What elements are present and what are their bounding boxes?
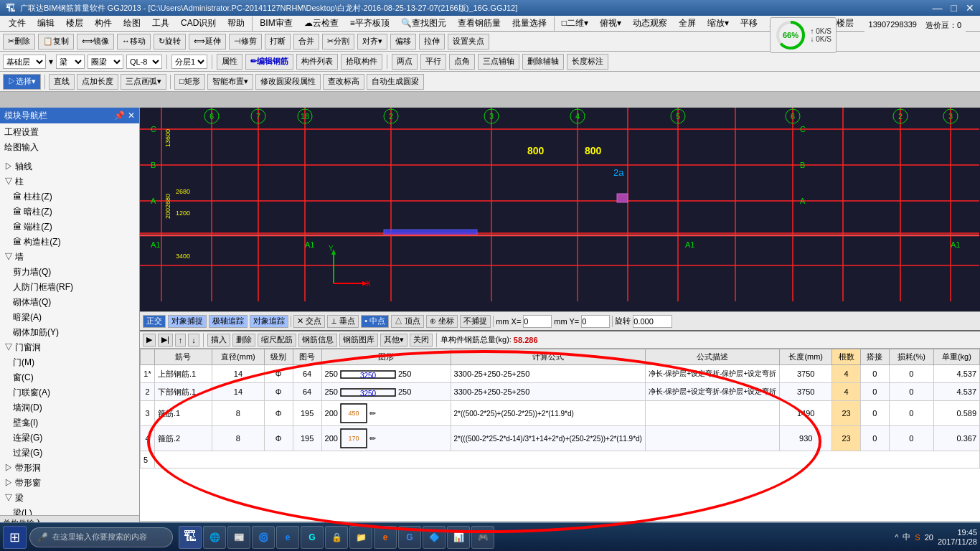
snap-track[interactable]: 对象追踪 xyxy=(250,315,288,328)
length-mark-button[interactable]: 长度标注 xyxy=(567,54,608,70)
move-button[interactable]: ↔移动 xyxy=(117,34,151,50)
scale-rebar-button[interactable]: 缩尺配筋 xyxy=(258,334,296,347)
three-point-aux-button[interactable]: 三点辅轴 xyxy=(478,54,519,70)
snap-vertex[interactable]: △ 顶点 xyxy=(391,315,424,328)
row3-edit-icon[interactable]: ✏ xyxy=(369,409,376,418)
two-point-button[interactable]: 两点 xyxy=(392,54,418,70)
snap-ortho[interactable]: 正交 xyxy=(143,315,166,328)
del-aux-button[interactable]: 删除辅轴 xyxy=(522,54,564,70)
nav-item-window[interactable]: 窗(C) xyxy=(1,370,138,385)
tray-security[interactable]: S xyxy=(915,533,920,542)
menu-dynamic[interactable]: 动态观察 xyxy=(627,16,673,31)
nav-item-drawing-import[interactable]: 绘图输入 xyxy=(1,140,138,155)
select-mode-button[interactable]: ▷选择▾ xyxy=(3,74,41,90)
bt-delete-button[interactable]: 删除 xyxy=(232,334,255,347)
taskbar-app-explorer[interactable]: 📁 xyxy=(349,526,372,549)
nav-item-beam[interactable]: ▽ 梁 xyxy=(1,491,138,506)
auto-gen-button[interactable]: 自动生成圆梁 xyxy=(367,74,424,90)
snap-perp[interactable]: ⊥ 垂点 xyxy=(327,315,359,328)
sub-layer-select[interactable]: 分层1 xyxy=(171,55,207,69)
menu-help[interactable]: 帮助 xyxy=(222,16,250,31)
menu-view-steel[interactable]: 查看钢筋量 xyxy=(452,16,507,31)
delete-button[interactable]: ✂删除 xyxy=(3,34,35,50)
rotate-button[interactable]: ↻旋转 xyxy=(154,34,186,50)
cad-canvas-area[interactable]: 6 7 18 2 3 4 5 6 2 xyxy=(140,108,980,330)
nav-item-strip-hole[interactable]: ▷ 带形洞 xyxy=(1,461,138,476)
rotate-input[interactable] xyxy=(633,315,672,328)
modify-arc-prop-button[interactable]: 修改圆梁段属性 xyxy=(255,74,321,90)
line-button[interactable]: 直线 xyxy=(49,74,75,90)
snap-none[interactable]: 不捕捉 xyxy=(460,315,491,328)
nav-item-dark-column[interactable]: 🏛 暗柱(Z) xyxy=(1,204,138,220)
snap-object[interactable]: 对象捕捉 xyxy=(168,315,207,328)
up-button[interactable]: ↑ xyxy=(175,334,187,347)
break-button[interactable]: 打断 xyxy=(265,34,291,50)
search-box[interactable]: 🎤 在这里输入你要搜索的内容 xyxy=(29,527,173,547)
snap-coord[interactable]: ⊕ 坐标 xyxy=(426,315,458,328)
pick-element-button[interactable]: 拾取构件 xyxy=(341,54,382,70)
nav-item-project-settings[interactable]: 工程设置 xyxy=(1,125,138,140)
menu-top-view[interactable]: 俯视▾ xyxy=(594,16,627,31)
layer-select[interactable]: 基础层 xyxy=(3,55,46,69)
nav-item-niche[interactable]: 壁龛(I) xyxy=(1,415,138,430)
element-list-button[interactable]: 构件列表 xyxy=(296,54,338,70)
snap-mid[interactable]: • 中点 xyxy=(361,315,389,328)
y-input[interactable] xyxy=(581,315,610,328)
menu-2d[interactable]: □二维▾ xyxy=(556,16,594,31)
nav-item-end-column[interactable]: 🏛 端柱(Z) xyxy=(1,220,138,235)
taskbar-app-news[interactable]: 📰 xyxy=(227,526,250,549)
nav-item-link-beam[interactable]: 连梁(G) xyxy=(1,430,138,446)
tray-expand[interactable]: ^ xyxy=(895,533,898,542)
mirror-button[interactable]: ⟺镜像 xyxy=(77,34,114,50)
angle-button[interactable]: 点角 xyxy=(449,54,475,70)
minimize-button[interactable]: — xyxy=(933,2,943,14)
menu-cad[interactable]: CAD识别 xyxy=(175,16,222,31)
properties-button[interactable]: 属性 xyxy=(217,54,242,70)
row4-edit-icon[interactable]: ✏ xyxy=(369,434,376,443)
stretch-button[interactable]: 拉伸 xyxy=(419,34,445,50)
nav-item-brick-wall[interactable]: 砌体墙(Q) xyxy=(1,295,138,310)
taskbar-app-google[interactable]: G xyxy=(398,526,421,549)
menu-fullscreen[interactable]: 全屏 xyxy=(673,16,702,31)
edit-steel-button[interactable]: ✏编辑钢筋 xyxy=(245,54,293,70)
menu-file[interactable]: 文件 xyxy=(3,16,32,31)
other-button[interactable]: 其他▾ xyxy=(380,334,407,347)
nav-item-brick-rebar[interactable]: 砌体加筋(Y) xyxy=(1,325,138,340)
offset-button[interactable]: 偏移 xyxy=(390,34,416,50)
taskbar-app-game[interactable]: 🎮 xyxy=(471,526,494,549)
add-length-button[interactable]: 点加长度 xyxy=(77,74,118,90)
taskbar-app-gyf[interactable]: G xyxy=(301,526,324,549)
nav-item-door-window[interactable]: ▽ 门窗洞 xyxy=(1,340,138,355)
nav-item-wall[interactable]: ▽ 墙 xyxy=(1,250,138,265)
nav-item-door[interactable]: 门(M) xyxy=(1,355,138,370)
align-button[interactable]: 对齐▾ xyxy=(357,34,387,50)
beam-type-select[interactable]: 圈梁 xyxy=(88,55,123,69)
menu-edit[interactable]: 编辑 xyxy=(32,16,60,31)
x-input[interactable] xyxy=(523,315,552,328)
three-arc-button[interactable]: 三点画弧▾ xyxy=(121,74,166,90)
set-grip-button[interactable]: 设置夹点 xyxy=(448,34,489,50)
menu-pan[interactable]: 平移 xyxy=(735,16,763,31)
taskbar-app-lock[interactable]: 🔒 xyxy=(325,526,348,549)
insert-button[interactable]: 插入 xyxy=(207,334,230,347)
down-button[interactable]: ↓ xyxy=(188,334,199,347)
rebar-library-button[interactable]: 钢筋图库 xyxy=(339,334,378,347)
extend-button[interactable]: ⟺延伸 xyxy=(189,34,226,50)
close-button[interactable]: ✕ xyxy=(966,2,974,14)
nav-pin-button[interactable]: 📌 xyxy=(114,110,125,121)
taskbar-app-ie2[interactable]: e xyxy=(374,526,397,549)
tray-num[interactable]: 20 xyxy=(925,533,933,542)
nav-item-wall-hole[interactable]: 墙洞(D) xyxy=(1,400,138,415)
taskbar-app-network[interactable]: 🌐 xyxy=(203,526,226,549)
menu-cloud[interactable]: ☁云检查 xyxy=(298,16,344,31)
nav-item-column-z[interactable]: 🏛 柱柱(Z) xyxy=(1,189,138,204)
maximize-button[interactable]: □ xyxy=(951,2,957,14)
nav-item-door-window-combo[interactable]: 门联窗(A) xyxy=(1,385,138,400)
menu-element[interactable]: 构件 xyxy=(89,16,118,31)
parallel-button[interactable]: 平行 xyxy=(420,54,446,70)
menu-draw[interactable]: 绘图 xyxy=(118,16,146,31)
close-table-button[interactable]: 关闭 xyxy=(410,334,433,347)
nav-item-strip-window[interactable]: ▷ 带形窗 xyxy=(1,476,138,491)
trim-button[interactable]: ⊣修剪 xyxy=(229,34,262,50)
play-button[interactable]: ▶ xyxy=(143,334,156,347)
